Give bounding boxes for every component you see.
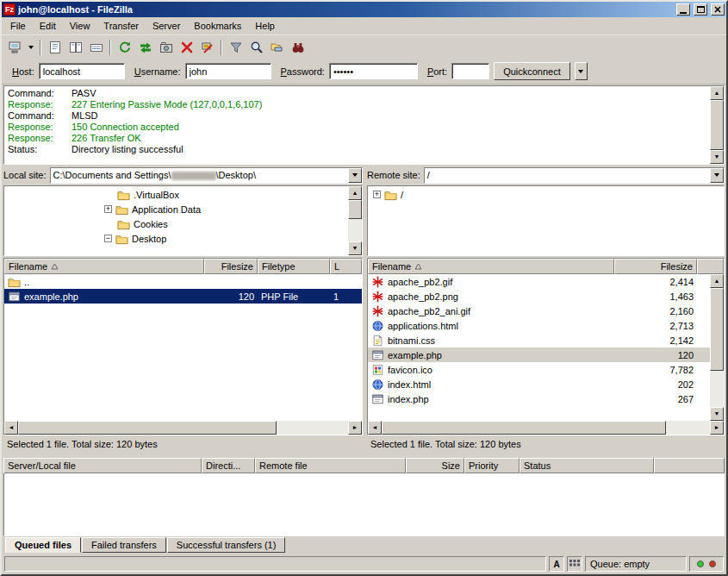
column-header-server-local-file[interactable]: Server/Local file (3, 458, 202, 473)
log-scrollbar[interactable]: ▲ ▼ (710, 86, 724, 164)
column-header-filename[interactable]: Filename (4, 259, 204, 274)
file-row[interactable]: favicon.ico7,782 (368, 362, 710, 377)
scroll-thumb[interactable] (710, 288, 724, 371)
file-row[interactable]: index.php267 (368, 391, 710, 406)
remote-list-vscrollbar[interactable]: ▲ ▼ (710, 274, 724, 421)
filter-button[interactable] (226, 38, 246, 57)
column-header-status[interactable]: Status (520, 458, 654, 473)
minimize-button[interactable] (676, 3, 690, 16)
refresh-button[interactable] (115, 38, 134, 57)
sync-browsing-button[interactable] (267, 38, 287, 57)
file-row[interactable]: apache_pb2.png1,463 (368, 289, 710, 304)
quickconnect-dropdown-button[interactable] (575, 62, 588, 80)
tree-node[interactable]: / (368, 187, 724, 202)
toggle-transfer-queue-button[interactable] (86, 38, 106, 57)
disconnect-button[interactable] (197, 38, 217, 57)
scroll-up-button[interactable]: ▲ (710, 274, 724, 288)
file-row-selected[interactable]: example.php 120 PHP File 1 (4, 289, 362, 304)
column-header-size[interactable]: Size (406, 458, 464, 473)
column-header-filetype[interactable]: Filetype (258, 259, 330, 274)
file-row[interactable]: apache_pb2.gif2,414 (368, 274, 710, 289)
toggle-message-log-button[interactable] (45, 38, 65, 57)
scroll-track[interactable] (710, 371, 724, 407)
tab-successful-transfers[interactable]: Successful transfers (1) (167, 537, 286, 553)
tab-failed-transfers[interactable]: Failed transfers (82, 537, 166, 553)
host-input[interactable] (39, 63, 125, 79)
password-input[interactable] (329, 63, 418, 79)
file-row-selected[interactable]: example.php120 (368, 347, 710, 362)
speed-limit-icon[interactable] (567, 556, 582, 572)
scroll-track[interactable] (277, 421, 348, 435)
log-line: Response:227 Entering Passive Mode (127,… (8, 99, 706, 110)
menu-item-server[interactable]: Server (146, 18, 187, 34)
tree-node[interactable]: .VirtualBox (4, 187, 348, 202)
scroll-thumb[interactable] (382, 421, 666, 435)
column-header-filesize[interactable]: Filesize (204, 259, 258, 274)
scroll-down-button[interactable]: ▼ (710, 150, 724, 164)
scroll-down-button[interactable]: ▼ (710, 407, 724, 421)
local-list-hscrollbar[interactable]: ◄ ► (4, 421, 362, 435)
menu-item-view[interactable]: View (63, 18, 97, 34)
scroll-thumb[interactable] (710, 100, 724, 150)
tree-expander-plus[interactable] (373, 191, 381, 198)
tree-node[interactable]: Cookies (4, 216, 348, 231)
compare-button[interactable] (246, 38, 266, 57)
file-row[interactable]: applications.html2,713 (368, 318, 710, 333)
scroll-thumb[interactable] (18, 421, 277, 435)
scroll-left-button[interactable]: ◄ (368, 421, 382, 435)
column-header-filesize[interactable]: Filesize (614, 259, 697, 274)
column-header-priority[interactable]: Priority (464, 458, 520, 473)
file-row[interactable]: apache_pb2_ani.gif2,160 (368, 304, 710, 318)
remote-list-hscrollbar[interactable]: ◄ ► (368, 421, 724, 435)
search-button[interactable] (288, 38, 308, 57)
scroll-track[interactable] (348, 219, 362, 241)
username-input[interactable] (185, 63, 271, 79)
cancel-button[interactable] (177, 38, 196, 57)
toolbar-separator (221, 40, 222, 55)
file-row-updir[interactable]: .. (4, 274, 362, 289)
close-button[interactable] (711, 3, 725, 16)
local-site-dropdown-button[interactable] (348, 168, 362, 183)
site-manager-dropdown-button[interactable] (25, 38, 36, 57)
scroll-track[interactable] (666, 421, 710, 435)
menu-item-help[interactable]: Help (248, 18, 282, 34)
remote-site-dropdown-button[interactable] (710, 168, 724, 183)
titlebar[interactable]: Fz john@localhost - FileZilla (2, 2, 726, 17)
scroll-right-button[interactable]: ► (348, 421, 362, 435)
tab-queued-files[interactable]: Queued files (5, 537, 81, 553)
tree-expander-plus[interactable] (104, 205, 112, 213)
synchronize-button[interactable] (135, 38, 155, 57)
column-header-lastmodified[interactable]: L (330, 259, 362, 274)
file-row[interactable]: index.html202 (368, 377, 710, 391)
quickconnect-button[interactable]: Quickconnect (494, 62, 570, 80)
transfer-type-icon[interactable]: A (549, 556, 564, 572)
menu-item-file[interactable]: File (3, 18, 33, 34)
tree-node[interactable]: Application Data (4, 202, 348, 216)
remote-file-list: Filename Filesize apache_pb2.gif2,414 ap… (367, 258, 725, 435)
folder-icon (115, 233, 128, 245)
scroll-thumb[interactable] (348, 200, 362, 219)
scroll-up-button[interactable]: ▲ (710, 86, 724, 100)
file-row[interactable]: bitnami.css2,142 (368, 333, 710, 347)
local-site-combobox[interactable]: C:\Documents and Settings\\Desktop\ (50, 167, 363, 184)
remote-site-combobox[interactable]: / (424, 167, 725, 184)
scroll-up-button[interactable]: ▲ (348, 186, 362, 200)
column-header-remote-file[interactable]: Remote file (255, 458, 406, 473)
tree-expander-minus[interactable] (104, 235, 112, 242)
local-tree-scrollbar[interactable]: ▲ ▼ (348, 186, 362, 255)
menu-item-transfer[interactable]: Transfer (96, 18, 146, 34)
column-header-direction[interactable]: Directi... (202, 458, 255, 473)
maximize-button[interactable] (694, 3, 707, 16)
scroll-down-button[interactable]: ▼ (348, 241, 362, 255)
tree-node[interactable]: Desktop (4, 231, 348, 246)
preview-button[interactable] (156, 38, 176, 57)
port-input[interactable] (451, 63, 489, 79)
menu-item-edit[interactable]: Edit (33, 18, 63, 34)
column-header-filename[interactable]: Filename (368, 259, 614, 274)
scroll-right-button[interactable]: ► (710, 421, 724, 435)
menu-item-bookmarks[interactable]: Bookmarks (187, 18, 248, 34)
scroll-left-button[interactable]: ◄ (4, 421, 18, 435)
toggle-directory-trees-button[interactable] (65, 38, 85, 57)
site-manager-button[interactable] (4, 38, 24, 57)
directory-trees-icon (69, 41, 83, 54)
